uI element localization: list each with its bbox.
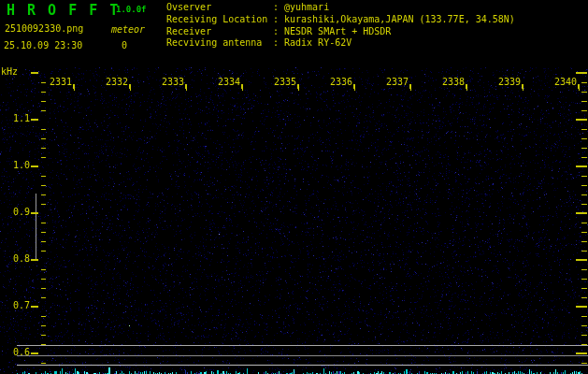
hrofft-window: H R O F F T 1.0.0f 2510092330.png meteor…	[0, 0, 588, 374]
info-label: Receiver	[166, 26, 273, 38]
info-label: Recviving antenna	[166, 37, 273, 50]
info-row: Recviving antenna:Radix RY-62V	[166, 37, 515, 50]
x-tick-label: 2332	[105, 77, 129, 87]
x-tick-label: 2339	[497, 77, 522, 87]
info-label: Ovserver	[166, 2, 273, 14]
x-tick-label: 2333	[161, 77, 185, 87]
y-tick-label: 0.8	[2, 253, 30, 264]
info-separator: :	[273, 14, 284, 26]
y-tick-label: 1.0	[2, 160, 30, 170]
x-tick-label: 2338	[441, 77, 466, 87]
x-tick-label: 2337	[385, 77, 409, 87]
info-label: Receiving Location	[166, 14, 273, 26]
info-row: Receiver:NESDR SMArt + HDSDR	[166, 26, 515, 38]
y-tick-label: 1.1	[2, 113, 30, 123]
x-tick-label: 2340	[553, 77, 578, 87]
y-tick-label: 0.9	[2, 207, 30, 217]
datetime-label: 25.10.09 23:30	[4, 40, 82, 50]
info-separator: :	[273, 2, 284, 14]
x-tick-label: 2336	[329, 77, 353, 87]
app-title: H R O F F T	[7, 2, 120, 19]
x-tick-label: 2334	[217, 77, 241, 87]
info-value: NESDR SMArt + HDSDR	[284, 26, 391, 38]
khz-unit-label: kHz	[1, 66, 18, 77]
info-row: Ovserver:@yuhmari	[166, 2, 515, 14]
version-label: 1.0.0f	[116, 5, 147, 14]
filename-label: 2510092330.png	[5, 23, 83, 34]
info-value: @yuhmari	[284, 2, 329, 14]
y-tick-label: 0.7	[2, 300, 30, 310]
info-separator: :	[273, 26, 284, 38]
station-info-block: Ovserver:@yuhmariReceiving Location:kura…	[166, 2, 515, 50]
meteor-label: meteor	[111, 24, 145, 35]
x-tick-label: 2335	[273, 77, 297, 87]
meteor-count: 0	[122, 40, 127, 50]
info-value: Radix RY-62V	[284, 37, 351, 50]
x-tick-label: 2331	[49, 77, 73, 87]
y-tick-label: 0.6	[2, 347, 30, 357]
info-row: Receiving Location:kurashiki,Okayama,JAP…	[166, 14, 515, 26]
info-value: kurashiki,Okayama,JAPAN (133.77E, 34.58N…	[284, 14, 515, 26]
spectrogram-canvas	[0, 0, 588, 374]
info-separator: :	[273, 37, 284, 50]
